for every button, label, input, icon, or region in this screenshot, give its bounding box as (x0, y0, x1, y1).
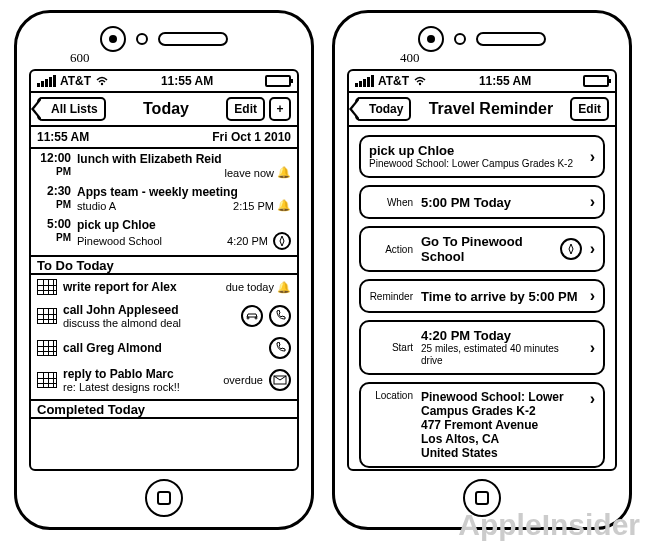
nav-bar: All Lists Today Edit + (31, 93, 297, 127)
proximity-sensor-icon (136, 33, 148, 45)
card-label: Action (369, 244, 413, 255)
calendar-event[interactable]: 2:30PM Apps team - weekly meeting studio… (31, 182, 297, 215)
carrier-label: AT&T (60, 74, 91, 88)
completed-section-header: Completed Today (31, 399, 297, 419)
todo-item[interactable]: call John Appleseeddiscuss the almond de… (31, 299, 297, 333)
todo-title: write report for Alex (63, 280, 220, 294)
phone-icon (269, 305, 291, 327)
todo-status: due today (226, 281, 274, 293)
subhead-time: 11:55 AM (37, 130, 89, 144)
card-label: Reminder (369, 291, 413, 302)
add-button-label: + (276, 102, 283, 116)
front-camera-icon (100, 26, 126, 52)
status-bar: AT&T 11:55 AM (349, 71, 615, 93)
calendar-grid-icon (37, 308, 57, 324)
back-button-label: Today (369, 102, 403, 116)
todo-section-header: To Do Today (31, 255, 297, 275)
card-event-title: pick up Chloe (369, 143, 582, 158)
todo-item[interactable]: reply to Pablo Marcre: Latest designs ro… (31, 363, 297, 397)
card-event[interactable]: pick up Chloe Pinewood School: Lower Cam… (359, 135, 605, 178)
card-value: 5:00 PM Today (421, 195, 582, 210)
phone-right: AT&T 11:55 AM Today Travel Reminder Edit… (332, 10, 632, 530)
date-subheader: 11:55 AM Fri Oct 1 2010 (31, 127, 297, 149)
home-button-icon (157, 491, 171, 505)
earpiece-speaker-icon (476, 32, 546, 46)
bell-icon: 🔔 (277, 199, 291, 212)
home-button[interactable] (145, 479, 183, 517)
edit-button-label: Edit (234, 102, 257, 116)
chevron-right-icon: › (590, 390, 595, 408)
subhead-date: Fri Oct 1 2010 (212, 130, 291, 144)
todo-item[interactable]: call Greg Almond (31, 333, 297, 363)
car-icon (241, 305, 263, 327)
card-start[interactable]: Start 4:20 PM Today 25 miles, estimated … (359, 320, 605, 375)
todo-item[interactable]: write report for Alex due today🔔 (31, 275, 297, 299)
card-value: 4:20 PM Today (421, 328, 582, 343)
back-button-label: All Lists (51, 102, 98, 116)
front-camera-icon (418, 26, 444, 52)
chevron-right-icon: › (590, 193, 595, 211)
card-reminder[interactable]: Reminder Time to arrive by 5:00 PM › (359, 279, 605, 313)
card-value: Pinewood School: Lower Campus Grades K-2… (421, 390, 582, 460)
event-sub: Pinewood School (77, 235, 162, 247)
svg-marker-4 (569, 244, 573, 254)
card-value: Go To Pinewood School (421, 234, 552, 264)
wifi-icon (95, 76, 109, 86)
calendar-event[interactable]: 12:00PM lunch with Elizabeth Reid leave … (31, 149, 297, 182)
screen-left: AT&T 11:55 AM All Lists Today Edit + 11:… (29, 69, 299, 471)
carrier-label: AT&T (378, 74, 409, 88)
bell-icon: 🔔 (277, 166, 291, 179)
screen-right: AT&T 11:55 AM Today Travel Reminder Edit… (347, 69, 617, 471)
edit-button-label: Edit (578, 102, 601, 116)
event-title: pick up Chloe (77, 218, 291, 232)
compass-icon (273, 232, 291, 250)
card-action[interactable]: Action Go To Pinewood School › (359, 226, 605, 272)
event-hour: 5:00 (47, 217, 71, 231)
calendar-grid-icon (37, 279, 57, 295)
edit-button[interactable]: Edit (226, 97, 265, 121)
calendar-list: 12:00PM lunch with Elizabeth Reid leave … (31, 149, 297, 419)
event-sub: studio A (77, 200, 116, 212)
add-button[interactable]: + (269, 97, 291, 121)
svg-marker-1 (280, 236, 284, 246)
phone-left: AT&T 11:55 AM All Lists Today Edit + 11:… (14, 10, 314, 530)
todo-title: reply to Pablo Marc (63, 367, 217, 381)
calendar-grid-icon (37, 340, 57, 356)
chevron-right-icon: › (590, 240, 595, 258)
signal-bars-icon (355, 75, 374, 87)
watermark: AppleInsider (458, 508, 640, 542)
phone-icon (269, 337, 291, 359)
card-label: When (369, 197, 413, 208)
todo-sub: discuss the almond deal (63, 317, 235, 329)
battery-icon (265, 75, 291, 87)
event-hour: 2:30 (47, 184, 71, 198)
nav-bar: Today Travel Reminder Edit (349, 93, 615, 127)
detail-cards: pick up Chloe Pinewood School: Lower Cam… (349, 127, 615, 469)
back-button[interactable]: Today (355, 97, 411, 121)
event-hour: 12:00 (40, 151, 71, 165)
event-subtime: 4:20 PM (227, 235, 268, 247)
todo-sub: re: Latest designs rock!! (63, 381, 217, 393)
calendar-event[interactable]: 5:00PM pick up Chloe Pinewood School4:20… (31, 215, 297, 253)
event-ampm: PM (37, 232, 71, 244)
home-button-icon (475, 491, 489, 505)
sensor-cluster (17, 13, 311, 65)
svg-point-0 (101, 83, 103, 85)
figure-annotation-right: 400 (400, 50, 420, 66)
card-location[interactable]: Location Pinewood School: Lower Campus G… (359, 382, 605, 468)
card-when[interactable]: When 5:00 PM Today › (359, 185, 605, 219)
status-bar: AT&T 11:55 AM (31, 71, 297, 93)
calendar-grid-icon (37, 372, 57, 388)
back-button[interactable]: All Lists (37, 97, 106, 121)
battery-icon (583, 75, 609, 87)
edit-button[interactable]: Edit (570, 97, 609, 121)
todo-title: call Greg Almond (63, 341, 263, 355)
screen-title: Travel Reminder (429, 100, 554, 118)
card-value: Time to arrive by 5:00 PM (421, 289, 582, 304)
chevron-right-icon: › (590, 287, 595, 305)
event-subtime: leave now (224, 167, 274, 179)
event-title: Apps team - weekly meeting (77, 185, 291, 199)
event-ampm: PM (37, 166, 71, 178)
todo-status: overdue (223, 374, 263, 386)
card-event-sub: Pinewood School: Lower Campus Grades K-2 (369, 158, 582, 170)
